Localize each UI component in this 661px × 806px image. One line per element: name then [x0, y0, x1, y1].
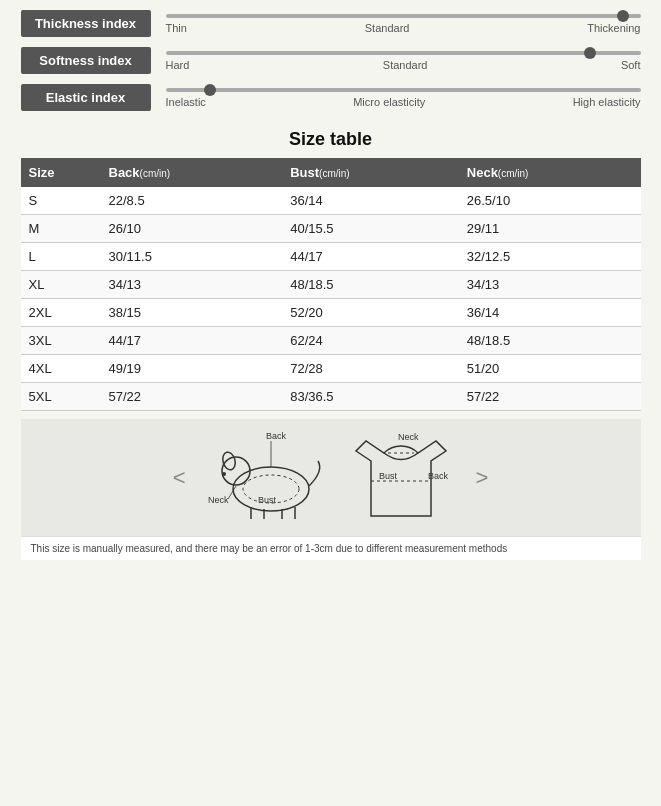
- cell-6-0: 4XL: [21, 355, 101, 383]
- cell-7-2: 83/36.5: [282, 383, 459, 411]
- footer-diagram: <: [21, 419, 641, 536]
- table-row: XL34/1348/18.534/13: [21, 271, 641, 299]
- cell-3-2: 48/18.5: [282, 271, 459, 299]
- cell-4-1: 38/15: [101, 299, 283, 327]
- size-table-title: Size table: [21, 129, 641, 150]
- cell-2-1: 30/11.5: [101, 243, 283, 271]
- dog-diagram: Back Neck Bust: [206, 431, 336, 524]
- scale-label-0-2: Thickening: [587, 22, 640, 34]
- table-row: L30/11.544/1732/12.5: [21, 243, 641, 271]
- cell-5-0: 3XL: [21, 327, 101, 355]
- cell-3-3: 34/13: [459, 271, 641, 299]
- cell-1-2: 40/15.5: [282, 215, 459, 243]
- table-row: S22/8.536/1426.5/10: [21, 187, 641, 215]
- cell-3-1: 34/13: [101, 271, 283, 299]
- cell-2-0: L: [21, 243, 101, 271]
- table-row: 3XL44/1762/2448/18.5: [21, 327, 641, 355]
- cell-0-3: 26.5/10: [459, 187, 641, 215]
- index-label-1: Softness index: [21, 47, 151, 74]
- col-header-1: Back(cm/in): [101, 158, 283, 187]
- index-label-0: Thickness index: [21, 10, 151, 37]
- index-row-2: Elastic indexInelasticMicro elasticityHi…: [21, 84, 641, 111]
- table-row: 5XL57/2283/36.557/22: [21, 383, 641, 411]
- cell-5-3: 48/18.5: [459, 327, 641, 355]
- cell-6-1: 49/19: [101, 355, 283, 383]
- cell-0-1: 22/8.5: [101, 187, 283, 215]
- svg-text:Back: Back: [266, 431, 287, 441]
- cell-1-3: 29/11: [459, 215, 641, 243]
- col-header-2: Bust(cm/in): [282, 158, 459, 187]
- scale-label-2-0: Inelastic: [166, 96, 206, 108]
- index-rows: Thickness indexThinStandardThickeningSof…: [21, 10, 641, 111]
- cell-7-0: 5XL: [21, 383, 101, 411]
- cell-6-3: 51/20: [459, 355, 641, 383]
- cell-2-3: 32/12.5: [459, 243, 641, 271]
- next-arrow[interactable]: >: [456, 465, 509, 491]
- cell-3-0: XL: [21, 271, 101, 299]
- svg-text:Back: Back: [428, 471, 449, 481]
- cell-7-3: 57/22: [459, 383, 641, 411]
- svg-text:Bust: Bust: [258, 495, 277, 505]
- cell-4-0: 2XL: [21, 299, 101, 327]
- index-scale-2: InelasticMicro elasticityHigh elasticity: [166, 88, 641, 108]
- diagram-area: Back Neck Bust Neck: [206, 431, 456, 524]
- svg-point-7: [222, 472, 226, 476]
- scale-label-1-2: Soft: [621, 59, 641, 71]
- cell-4-2: 52/20: [282, 299, 459, 327]
- table-row: 2XL38/1552/2036/14: [21, 299, 641, 327]
- scale-label-0-0: Thin: [166, 22, 187, 34]
- svg-text:Neck: Neck: [208, 495, 229, 505]
- cell-5-1: 44/17: [101, 327, 283, 355]
- index-scale-1: HardStandardSoft: [166, 51, 641, 71]
- svg-text:Bust: Bust: [379, 471, 398, 481]
- size-table: SizeBack(cm/in)Bust(cm/in)Neck(cm/in) S2…: [21, 158, 641, 411]
- cell-0-0: S: [21, 187, 101, 215]
- cell-0-2: 36/14: [282, 187, 459, 215]
- index-row-0: Thickness indexThinStandardThickening: [21, 10, 641, 37]
- scale-label-2-1: Micro elasticity: [353, 96, 425, 108]
- scale-dot-0: [617, 10, 629, 22]
- scale-label-1-0: Hard: [166, 59, 190, 71]
- index-label-2: Elastic index: [21, 84, 151, 111]
- index-scale-0: ThinStandardThickening: [166, 14, 641, 34]
- disclaimer: This size is manually measured, and ther…: [21, 536, 641, 560]
- cell-1-1: 26/10: [101, 215, 283, 243]
- svg-text:Neck: Neck: [398, 432, 419, 442]
- col-header-0: Size: [21, 158, 101, 187]
- shirt-diagram: Neck Bust Back: [346, 431, 456, 524]
- cell-4-3: 36/14: [459, 299, 641, 327]
- cell-1-0: M: [21, 215, 101, 243]
- scale-label-1-1: Standard: [383, 59, 428, 71]
- svg-point-2: [220, 451, 236, 471]
- cell-5-2: 62/24: [282, 327, 459, 355]
- scale-label-0-1: Standard: [365, 22, 410, 34]
- scale-dot-1: [584, 47, 596, 59]
- index-row-1: Softness indexHardStandardSoft: [21, 47, 641, 74]
- cell-2-2: 44/17: [282, 243, 459, 271]
- cell-6-2: 72/28: [282, 355, 459, 383]
- scale-label-2-2: High elasticity: [573, 96, 641, 108]
- table-row: M26/1040/15.529/11: [21, 215, 641, 243]
- col-header-3: Neck(cm/in): [459, 158, 641, 187]
- scale-dot-2: [204, 84, 216, 96]
- cell-7-1: 57/22: [101, 383, 283, 411]
- prev-arrow[interactable]: <: [153, 465, 206, 491]
- table-row: 4XL49/1972/2851/20: [21, 355, 641, 383]
